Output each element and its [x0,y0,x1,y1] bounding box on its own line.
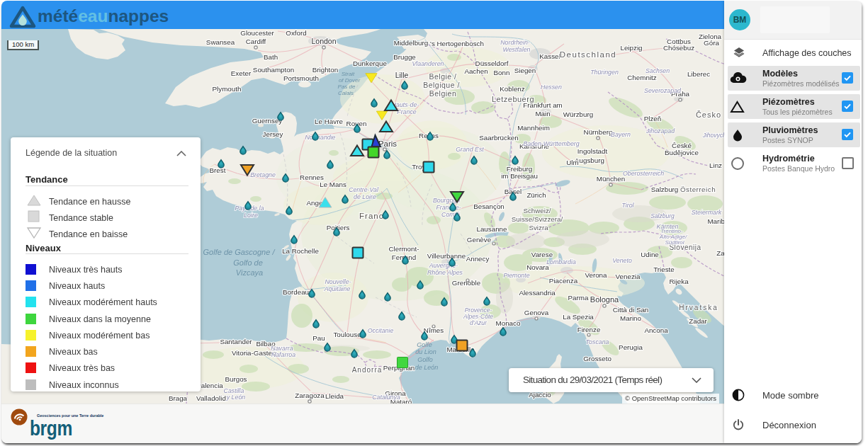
svg-text:Monaco: Monaco [496,319,521,327]
svg-text:Toscana: Toscana [586,338,609,345]
svg-text:Baden-Württemberg: Baden-Württemberg [523,140,579,147]
svg-text:Cardiff: Cardiff [246,38,266,45]
svg-text:Hrvatska: Hrvatska [679,304,718,311]
svg-text:brgm: brgm [30,416,72,440]
svg-text:Golfo: Golfo [417,356,433,363]
svg-text:Dunkerque: Dunkerque [353,59,387,67]
svg-text:Lausanne: Lausanne [476,225,507,233]
svg-text:Franche-: Franche- [436,204,461,211]
svg-text:Main: Main [535,110,550,118]
svg-text:Nordrhein-: Nordrhein- [500,39,530,46]
svg-text:Calais: Calais [338,90,354,96]
svg-text:Marino: Marino [620,314,641,322]
svg-text:Pas de: Pas de [338,84,356,90]
svg-text:Bayern: Bayern [611,131,631,138]
svg-text:Catalunya: Catalunya [372,394,400,401]
svg-text:Ingolstadt: Ingolstadt [577,147,608,155]
svg-text:Hessen: Hessen [541,84,562,91]
svg-text:Parma: Parma [568,294,589,302]
svg-text:Koblenz: Koblenz [500,85,525,93]
svg-text:Deutschland: Deutschland [560,50,616,59]
svg-text:de León: de León [415,364,439,371]
svg-text:Chemnitz: Chemnitz [627,74,656,81]
svg-text:Česko: Česko [696,110,721,119]
svg-text:Le Havre: Le Havre [315,118,343,125]
svg-text:Düsseldorf: Düsseldorf [475,59,509,67]
svg-text:Valladolid: Valladolid [196,394,226,402]
svg-text:Zadar: Zadar [689,317,707,325]
svg-text:Centre-Val: Centre-Val [349,186,379,193]
svg-text:Bonn: Bonn [494,69,510,76]
svg-text:Ulm: Ulm [566,159,578,166]
svg-text:Brest: Brest [210,166,226,174]
svg-text:Swansea: Swansea [206,38,235,46]
svg-text:Udine: Udine [641,251,659,258]
svg-text:Belgique /: Belgique / [423,81,460,89]
svg-text:Rijeka: Rijeka [669,278,689,285]
svg-text:Andorra: Andorra [352,366,383,374]
svg-text:Piacenza: Piacenza [549,277,578,285]
svg-text:Città di San: Città di San [613,306,649,314]
svg-text:Bordeaux: Bordeaux [283,288,312,296]
svg-text:Lleida: Lleida [325,392,344,400]
svg-text:Oxford: Oxford [286,29,306,37]
svg-text:Bath: Bath [264,53,278,61]
svg-text:de Loire: de Loire [354,193,376,200]
svg-text:Zaragoza: Zaragoza [295,391,325,399]
svg-text:Zürich: Zürich [526,191,546,199]
svg-text:Clermont-: Clermont- [388,245,419,253]
svg-text:Augsburg: Augsburg [575,156,604,164]
svg-text:Annecy: Annecy [466,255,490,263]
svg-text:d'Azur: d'Azur [470,319,487,326]
svg-text:Golfe: Golfe [417,341,432,348]
svg-text:La Rochelle: La Rochelle [282,247,319,255]
svg-text:Kassel: Kassel [539,52,560,60]
svg-text:Jihozapad: Jihozapad [646,127,675,135]
svg-text:Bretagne: Bretagne [250,171,276,178]
svg-text:Southampton: Southampton [253,66,294,74]
svg-text:Burgos: Burgos [225,375,247,383]
svg-text:'s Hertogenbosch: 's Hertogenbosch [430,40,484,47]
svg-text:Perugia: Perugia [619,343,643,351]
svg-text:Villeurbanne: Villeurbanne [427,252,466,260]
svg-text:du Lion: du Lion [415,348,436,355]
svg-text:Brighton: Brighton [312,66,339,74]
svg-text:Thüringen: Thüringen [590,69,619,76]
svg-text:Tirol: Tirol [621,202,634,209]
svg-text:Schweiz/: Schweiz/ [523,207,551,215]
svg-text:Salzburg: Salzburg [650,212,675,219]
svg-text:Svizra: Svizra [529,224,548,231]
svg-text:météeaunappes: météeaunappes [38,6,169,25]
svg-text:Braga: Braga [169,394,188,402]
svg-text:Südtirol: Südtirol [665,239,684,246]
svg-text:Leipzig: Leipzig [620,44,642,52]
svg-text:Oberosterreich: Oberosterreich [623,170,664,177]
svg-text:Góra: Góra [704,39,719,47]
svg-text:Vizcaya: Vizcaya [236,268,263,277]
svg-text:Strait: Strait [342,71,355,77]
svg-text:Linz: Linz [709,161,722,169]
svg-text:Genève: Genève [467,236,492,244]
svg-text:Rhône Alpes: Rhône Alpes [427,269,463,276]
svg-text:Österreich: Österreich [680,185,716,193]
svg-text:Nürnberg: Nürnberg [584,128,613,136]
svg-text:France: France [397,108,416,115]
svg-text:Nouvelle-: Nouvelle- [325,278,351,285]
svg-text:Grosseto: Grosseto [583,355,611,362]
svg-text:Gloucester: Gloucester [240,29,274,37]
svg-text:Westfalen: Westfalen [503,46,531,53]
svg-text:Le Mans: Le Mans [320,181,346,188]
svg-text:Occitanie: Occitanie [368,327,394,334]
svg-text:Saarbrücken: Saarbrücken [479,134,519,142]
svg-text:Nafarroa: Nafarroa [271,351,295,358]
svg-text:Salzburg: Salzburg [651,185,679,193]
svg-text:Würzburg: Würzburg [563,110,593,118]
svg-text:Normandie: Normandie [305,134,335,141]
svg-text:Severozapad: Severozapad [644,87,682,94]
svg-text:Genova: Genova [524,309,549,316]
svg-text:Zagre: Zagre [716,249,724,257]
svg-text:Exeter: Exeter [231,69,252,77]
svg-text:Aachen: Aachen [464,67,487,75]
svg-text:Bologna: Bologna [590,295,619,304]
svg-text:Loire: Loire [244,212,258,219]
